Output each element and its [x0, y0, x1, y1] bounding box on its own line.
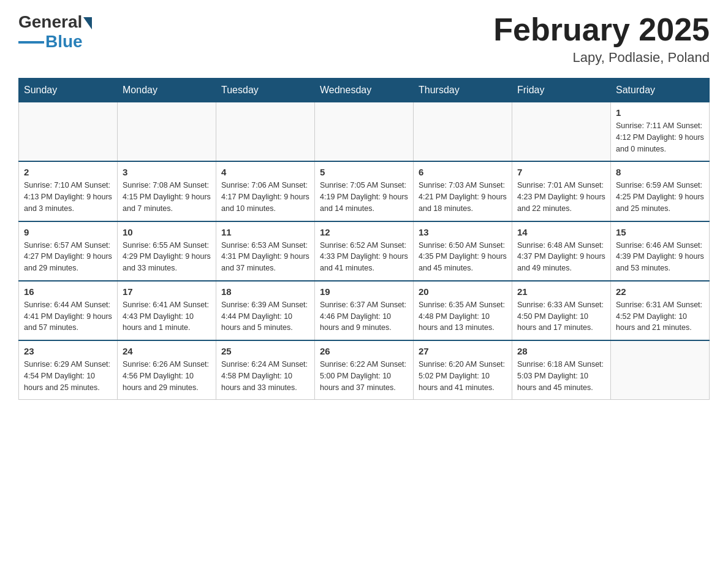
day-number: 13: [419, 227, 507, 237]
calendar-cell: [19, 102, 118, 162]
day-number: 3: [123, 167, 211, 177]
weekday-header-saturday: Saturday: [611, 79, 710, 102]
day-number: 2: [24, 167, 112, 177]
day-info: Sunrise: 6:22 AM Sunset: 5:00 PM Dayligh…: [320, 359, 408, 393]
weekday-header-tuesday: Tuesday: [216, 79, 315, 102]
day-number: 15: [616, 227, 704, 237]
day-info: Sunrise: 6:35 AM Sunset: 4:48 PM Dayligh…: [419, 299, 507, 334]
calendar-cell: 19Sunrise: 6:37 AM Sunset: 4:46 PM Dayli…: [315, 281, 414, 340]
day-info: Sunrise: 6:53 AM Sunset: 4:31 PM Dayligh…: [221, 240, 309, 274]
calendar-cell: 10Sunrise: 6:55 AM Sunset: 4:29 PM Dayli…: [118, 221, 216, 281]
title-block: February 2025 Lapy, Podlasie, Poland: [493, 12, 710, 66]
day-info: Sunrise: 6:50 AM Sunset: 4:35 PM Dayligh…: [419, 240, 507, 274]
calendar-cell: 16Sunrise: 6:44 AM Sunset: 4:41 PM Dayli…: [19, 281, 118, 340]
day-number: 16: [24, 286, 112, 297]
day-number: 1: [616, 107, 704, 118]
day-number: 27: [419, 346, 507, 356]
weekday-header-row: SundayMondayTuesdayWednesdayThursdayFrid…: [19, 79, 710, 102]
calendar-cell: 1Sunrise: 7:11 AM Sunset: 4:12 PM Daylig…: [611, 102, 710, 162]
month-title: February 2025: [493, 12, 710, 47]
calendar-cell: 13Sunrise: 6:50 AM Sunset: 4:35 PM Dayli…: [414, 221, 512, 281]
calendar-cell: 5Sunrise: 7:05 AM Sunset: 4:19 PM Daylig…: [315, 161, 414, 221]
calendar-week-row: 23Sunrise: 6:29 AM Sunset: 4:54 PM Dayli…: [19, 340, 710, 400]
calendar-cell: 20Sunrise: 6:35 AM Sunset: 4:48 PM Dayli…: [414, 281, 512, 340]
calendar-cell: 22Sunrise: 6:31 AM Sunset: 4:52 PM Dayli…: [611, 281, 710, 340]
calendar-cell: 11Sunrise: 6:53 AM Sunset: 4:31 PM Dayli…: [216, 221, 315, 281]
day-number: 5: [320, 167, 408, 177]
day-info: Sunrise: 7:01 AM Sunset: 4:23 PM Dayligh…: [517, 180, 605, 214]
calendar-week-row: 16Sunrise: 6:44 AM Sunset: 4:41 PM Dayli…: [19, 281, 710, 340]
day-number: 10: [123, 227, 211, 237]
day-number: 18: [221, 286, 309, 297]
calendar-cell: 24Sunrise: 6:26 AM Sunset: 4:56 PM Dayli…: [118, 340, 216, 400]
day-number: 11: [221, 227, 309, 237]
day-number: 21: [517, 286, 605, 297]
day-info: Sunrise: 6:41 AM Sunset: 4:43 PM Dayligh…: [123, 299, 211, 334]
day-info: Sunrise: 6:18 AM Sunset: 5:03 PM Dayligh…: [517, 359, 605, 393]
calendar-cell: 28Sunrise: 6:18 AM Sunset: 5:03 PM Dayli…: [512, 340, 611, 400]
calendar-cell: [512, 102, 611, 162]
day-info: Sunrise: 6:20 AM Sunset: 5:02 PM Dayligh…: [419, 359, 507, 393]
calendar-cell: 7Sunrise: 7:01 AM Sunset: 4:23 PM Daylig…: [512, 161, 611, 221]
calendar-cell: 25Sunrise: 6:24 AM Sunset: 4:58 PM Dayli…: [216, 340, 315, 400]
calendar-cell: 18Sunrise: 6:39 AM Sunset: 4:44 PM Dayli…: [216, 281, 315, 340]
day-info: Sunrise: 7:05 AM Sunset: 4:19 PM Dayligh…: [320, 180, 408, 214]
weekday-header-thursday: Thursday: [414, 79, 512, 102]
day-info: Sunrise: 6:33 AM Sunset: 4:50 PM Dayligh…: [517, 299, 605, 334]
day-number: 7: [517, 167, 605, 177]
day-number: 14: [517, 227, 605, 237]
day-info: Sunrise: 7:10 AM Sunset: 4:13 PM Dayligh…: [24, 180, 112, 214]
calendar-cell: [315, 102, 414, 162]
day-info: Sunrise: 7:08 AM Sunset: 4:15 PM Dayligh…: [123, 180, 211, 214]
logo-arrow-icon: [83, 17, 92, 29]
day-number: 22: [616, 286, 704, 297]
calendar-cell: 23Sunrise: 6:29 AM Sunset: 4:54 PM Dayli…: [19, 340, 118, 400]
day-number: 4: [221, 167, 309, 177]
logo-bar: [18, 41, 44, 44]
logo-general-text: General: [18, 12, 82, 32]
day-number: 23: [24, 346, 112, 356]
day-number: 9: [24, 227, 112, 237]
calendar-cell: 6Sunrise: 7:03 AM Sunset: 4:21 PM Daylig…: [414, 161, 512, 221]
calendar-cell: [611, 340, 710, 400]
page-header: General Blue February 2025 Lapy, Podlasi…: [18, 12, 710, 66]
calendar-cell: 2Sunrise: 7:10 AM Sunset: 4:13 PM Daylig…: [19, 161, 118, 221]
location-subtitle: Lapy, Podlasie, Poland: [493, 50, 710, 66]
day-info: Sunrise: 7:03 AM Sunset: 4:21 PM Dayligh…: [419, 180, 507, 214]
calendar-week-row: 1Sunrise: 7:11 AM Sunset: 4:12 PM Daylig…: [19, 102, 710, 162]
calendar-cell: [118, 102, 216, 162]
day-info: Sunrise: 6:29 AM Sunset: 4:54 PM Dayligh…: [24, 359, 112, 393]
calendar-cell: 9Sunrise: 6:57 AM Sunset: 4:27 PM Daylig…: [19, 221, 118, 281]
calendar-cell: [216, 102, 315, 162]
calendar-cell: 12Sunrise: 6:52 AM Sunset: 4:33 PM Dayli…: [315, 221, 414, 281]
day-number: 19: [320, 286, 408, 297]
day-info: Sunrise: 6:55 AM Sunset: 4:29 PM Dayligh…: [123, 240, 211, 274]
calendar-cell: 27Sunrise: 6:20 AM Sunset: 5:02 PM Dayli…: [414, 340, 512, 400]
day-number: 6: [419, 167, 507, 177]
day-info: Sunrise: 6:44 AM Sunset: 4:41 PM Dayligh…: [24, 299, 112, 334]
calendar-cell: 4Sunrise: 7:06 AM Sunset: 4:17 PM Daylig…: [216, 161, 315, 221]
calendar-table: SundayMondayTuesdayWednesdayThursdayFrid…: [18, 78, 710, 400]
logo-blue-text: Blue: [45, 32, 83, 52]
day-info: Sunrise: 7:11 AM Sunset: 4:12 PM Dayligh…: [616, 120, 704, 155]
calendar-cell: 14Sunrise: 6:48 AM Sunset: 4:37 PM Dayli…: [512, 221, 611, 281]
day-info: Sunrise: 6:31 AM Sunset: 4:52 PM Dayligh…: [616, 299, 704, 334]
day-info: Sunrise: 7:06 AM Sunset: 4:17 PM Dayligh…: [221, 180, 309, 214]
calendar-cell: 26Sunrise: 6:22 AM Sunset: 5:00 PM Dayli…: [315, 340, 414, 400]
day-number: 28: [517, 346, 605, 356]
day-number: 26: [320, 346, 408, 356]
weekday-header-sunday: Sunday: [19, 79, 118, 102]
day-info: Sunrise: 6:57 AM Sunset: 4:27 PM Dayligh…: [24, 240, 112, 274]
day-info: Sunrise: 6:39 AM Sunset: 4:44 PM Dayligh…: [221, 299, 309, 334]
weekday-header-wednesday: Wednesday: [315, 79, 414, 102]
day-number: 12: [320, 227, 408, 237]
day-number: 25: [221, 346, 309, 356]
day-number: 20: [419, 286, 507, 297]
weekday-header-friday: Friday: [512, 79, 611, 102]
day-number: 17: [123, 286, 211, 297]
calendar-cell: 3Sunrise: 7:08 AM Sunset: 4:15 PM Daylig…: [118, 161, 216, 221]
day-number: 8: [616, 167, 704, 177]
weekday-header-monday: Monday: [118, 79, 216, 102]
day-info: Sunrise: 6:24 AM Sunset: 4:58 PM Dayligh…: [221, 359, 309, 393]
calendar-cell: [414, 102, 512, 162]
